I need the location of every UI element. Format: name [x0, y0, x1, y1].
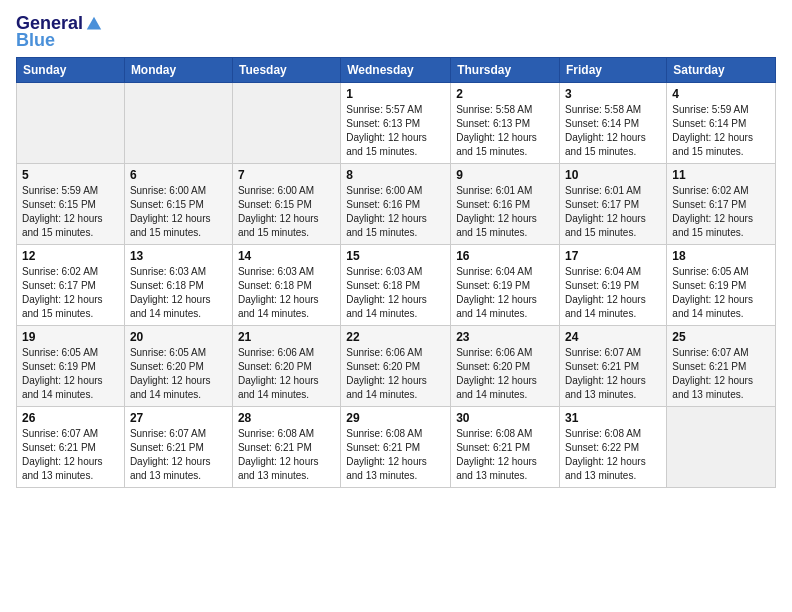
calendar-week-row: 1Sunrise: 5:57 AM Sunset: 6:13 PM Daylig… — [17, 82, 776, 163]
day-number: 7 — [238, 168, 335, 182]
day-number: 16 — [456, 249, 554, 263]
day-number: 4 — [672, 87, 770, 101]
calendar-cell: 25Sunrise: 6:07 AM Sunset: 6:21 PM Dayli… — [667, 325, 776, 406]
calendar-cell — [17, 82, 125, 163]
calendar-cell: 30Sunrise: 6:08 AM Sunset: 6:21 PM Dayli… — [451, 406, 560, 487]
day-info: Sunrise: 5:59 AM Sunset: 6:15 PM Dayligh… — [22, 184, 119, 240]
day-number: 28 — [238, 411, 335, 425]
calendar-week-row: 12Sunrise: 6:02 AM Sunset: 6:17 PM Dayli… — [17, 244, 776, 325]
day-info: Sunrise: 6:03 AM Sunset: 6:18 PM Dayligh… — [346, 265, 445, 321]
header-sunday: Sunday — [17, 57, 125, 82]
header-tuesday: Tuesday — [232, 57, 340, 82]
day-info: Sunrise: 6:07 AM Sunset: 6:21 PM Dayligh… — [672, 346, 770, 402]
day-info: Sunrise: 6:05 AM Sunset: 6:20 PM Dayligh… — [130, 346, 227, 402]
day-number: 25 — [672, 330, 770, 344]
calendar-cell: 16Sunrise: 6:04 AM Sunset: 6:19 PM Dayli… — [451, 244, 560, 325]
day-info: Sunrise: 6:07 AM Sunset: 6:21 PM Dayligh… — [565, 346, 661, 402]
calendar-table: Sunday Monday Tuesday Wednesday Thursday… — [16, 57, 776, 488]
calendar-cell: 20Sunrise: 6:05 AM Sunset: 6:20 PM Dayli… — [124, 325, 232, 406]
calendar-cell: 9Sunrise: 6:01 AM Sunset: 6:16 PM Daylig… — [451, 163, 560, 244]
calendar-cell: 26Sunrise: 6:07 AM Sunset: 6:21 PM Dayli… — [17, 406, 125, 487]
day-info: Sunrise: 6:00 AM Sunset: 6:15 PM Dayligh… — [238, 184, 335, 240]
header-saturday: Saturday — [667, 57, 776, 82]
calendar-cell: 8Sunrise: 6:00 AM Sunset: 6:16 PM Daylig… — [341, 163, 451, 244]
calendar-cell: 27Sunrise: 6:07 AM Sunset: 6:21 PM Dayli… — [124, 406, 232, 487]
day-info: Sunrise: 6:08 AM Sunset: 6:21 PM Dayligh… — [238, 427, 335, 483]
day-info: Sunrise: 6:01 AM Sunset: 6:17 PM Dayligh… — [565, 184, 661, 240]
calendar-cell: 12Sunrise: 6:02 AM Sunset: 6:17 PM Dayli… — [17, 244, 125, 325]
calendar-cell: 28Sunrise: 6:08 AM Sunset: 6:21 PM Dayli… — [232, 406, 340, 487]
day-number: 5 — [22, 168, 119, 182]
day-info: Sunrise: 6:07 AM Sunset: 6:21 PM Dayligh… — [130, 427, 227, 483]
logo-icon — [85, 15, 103, 33]
day-number: 29 — [346, 411, 445, 425]
day-number: 19 — [22, 330, 119, 344]
day-number: 26 — [22, 411, 119, 425]
calendar-cell: 7Sunrise: 6:00 AM Sunset: 6:15 PM Daylig… — [232, 163, 340, 244]
day-info: Sunrise: 5:59 AM Sunset: 6:14 PM Dayligh… — [672, 103, 770, 159]
calendar-week-row: 19Sunrise: 6:05 AM Sunset: 6:19 PM Dayli… — [17, 325, 776, 406]
day-info: Sunrise: 5:58 AM Sunset: 6:13 PM Dayligh… — [456, 103, 554, 159]
calendar-cell: 22Sunrise: 6:06 AM Sunset: 6:20 PM Dayli… — [341, 325, 451, 406]
day-number: 2 — [456, 87, 554, 101]
day-info: Sunrise: 6:08 AM Sunset: 6:21 PM Dayligh… — [456, 427, 554, 483]
day-info: Sunrise: 6:08 AM Sunset: 6:21 PM Dayligh… — [346, 427, 445, 483]
calendar-header-row: Sunday Monday Tuesday Wednesday Thursday… — [17, 57, 776, 82]
calendar-cell: 14Sunrise: 6:03 AM Sunset: 6:18 PM Dayli… — [232, 244, 340, 325]
svg-marker-0 — [87, 17, 101, 30]
day-info: Sunrise: 6:01 AM Sunset: 6:16 PM Dayligh… — [456, 184, 554, 240]
calendar-cell: 4Sunrise: 5:59 AM Sunset: 6:14 PM Daylig… — [667, 82, 776, 163]
day-number: 14 — [238, 249, 335, 263]
calendar-cell: 23Sunrise: 6:06 AM Sunset: 6:20 PM Dayli… — [451, 325, 560, 406]
day-info: Sunrise: 6:04 AM Sunset: 6:19 PM Dayligh… — [565, 265, 661, 321]
logo: General Blue — [16, 14, 103, 51]
day-info: Sunrise: 6:05 AM Sunset: 6:19 PM Dayligh… — [22, 346, 119, 402]
day-number: 31 — [565, 411, 661, 425]
day-info: Sunrise: 6:02 AM Sunset: 6:17 PM Dayligh… — [22, 265, 119, 321]
calendar-cell — [124, 82, 232, 163]
day-info: Sunrise: 6:00 AM Sunset: 6:16 PM Dayligh… — [346, 184, 445, 240]
calendar-cell: 18Sunrise: 6:05 AM Sunset: 6:19 PM Dayli… — [667, 244, 776, 325]
day-info: Sunrise: 5:57 AM Sunset: 6:13 PM Dayligh… — [346, 103, 445, 159]
header-wednesday: Wednesday — [341, 57, 451, 82]
calendar-cell: 5Sunrise: 5:59 AM Sunset: 6:15 PM Daylig… — [17, 163, 125, 244]
day-number: 27 — [130, 411, 227, 425]
day-number: 1 — [346, 87, 445, 101]
calendar-cell: 15Sunrise: 6:03 AM Sunset: 6:18 PM Dayli… — [341, 244, 451, 325]
header-thursday: Thursday — [451, 57, 560, 82]
day-number: 22 — [346, 330, 445, 344]
day-number: 9 — [456, 168, 554, 182]
day-info: Sunrise: 5:58 AM Sunset: 6:14 PM Dayligh… — [565, 103, 661, 159]
day-number: 18 — [672, 249, 770, 263]
calendar-cell: 2Sunrise: 5:58 AM Sunset: 6:13 PM Daylig… — [451, 82, 560, 163]
day-info: Sunrise: 6:08 AM Sunset: 6:22 PM Dayligh… — [565, 427, 661, 483]
calendar-cell: 13Sunrise: 6:03 AM Sunset: 6:18 PM Dayli… — [124, 244, 232, 325]
day-info: Sunrise: 6:02 AM Sunset: 6:17 PM Dayligh… — [672, 184, 770, 240]
calendar-week-row: 5Sunrise: 5:59 AM Sunset: 6:15 PM Daylig… — [17, 163, 776, 244]
header-friday: Friday — [560, 57, 667, 82]
calendar-cell — [667, 406, 776, 487]
calendar-cell: 29Sunrise: 6:08 AM Sunset: 6:21 PM Dayli… — [341, 406, 451, 487]
day-number: 23 — [456, 330, 554, 344]
calendar-cell — [232, 82, 340, 163]
calendar-cell: 3Sunrise: 5:58 AM Sunset: 6:14 PM Daylig… — [560, 82, 667, 163]
day-number: 10 — [565, 168, 661, 182]
day-number: 12 — [22, 249, 119, 263]
day-number: 6 — [130, 168, 227, 182]
day-info: Sunrise: 6:05 AM Sunset: 6:19 PM Dayligh… — [672, 265, 770, 321]
calendar-cell: 11Sunrise: 6:02 AM Sunset: 6:17 PM Dayli… — [667, 163, 776, 244]
day-number: 20 — [130, 330, 227, 344]
day-info: Sunrise: 6:06 AM Sunset: 6:20 PM Dayligh… — [456, 346, 554, 402]
day-number: 15 — [346, 249, 445, 263]
calendar-cell: 21Sunrise: 6:06 AM Sunset: 6:20 PM Dayli… — [232, 325, 340, 406]
day-info: Sunrise: 6:07 AM Sunset: 6:21 PM Dayligh… — [22, 427, 119, 483]
calendar-cell: 31Sunrise: 6:08 AM Sunset: 6:22 PM Dayli… — [560, 406, 667, 487]
header: General Blue — [16, 10, 776, 51]
day-number: 8 — [346, 168, 445, 182]
day-number: 3 — [565, 87, 661, 101]
calendar-week-row: 26Sunrise: 6:07 AM Sunset: 6:21 PM Dayli… — [17, 406, 776, 487]
calendar-cell: 24Sunrise: 6:07 AM Sunset: 6:21 PM Dayli… — [560, 325, 667, 406]
calendar-cell: 19Sunrise: 6:05 AM Sunset: 6:19 PM Dayli… — [17, 325, 125, 406]
day-info: Sunrise: 6:04 AM Sunset: 6:19 PM Dayligh… — [456, 265, 554, 321]
day-info: Sunrise: 6:06 AM Sunset: 6:20 PM Dayligh… — [346, 346, 445, 402]
